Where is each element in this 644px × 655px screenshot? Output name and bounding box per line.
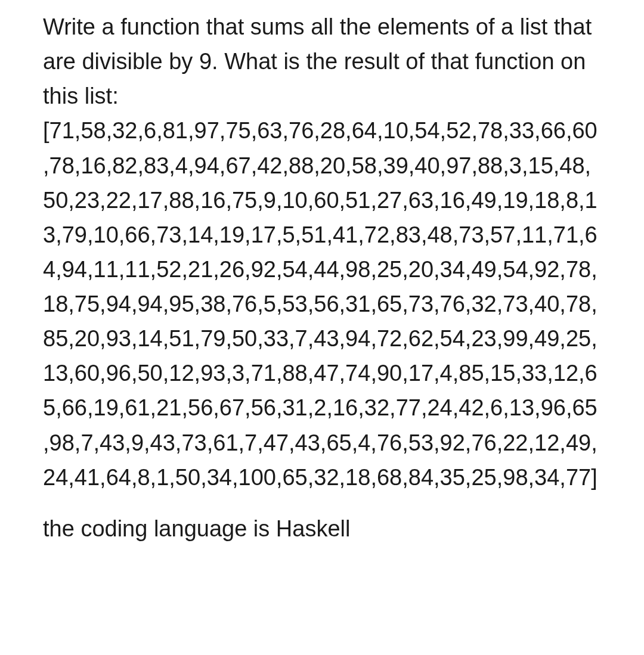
question-prompt: Write a function that sums all the eleme…	[43, 10, 603, 495]
language-note: the coding language is Haskell	[43, 511, 603, 546]
question-content: Write a function that sums all the eleme…	[43, 10, 603, 546]
